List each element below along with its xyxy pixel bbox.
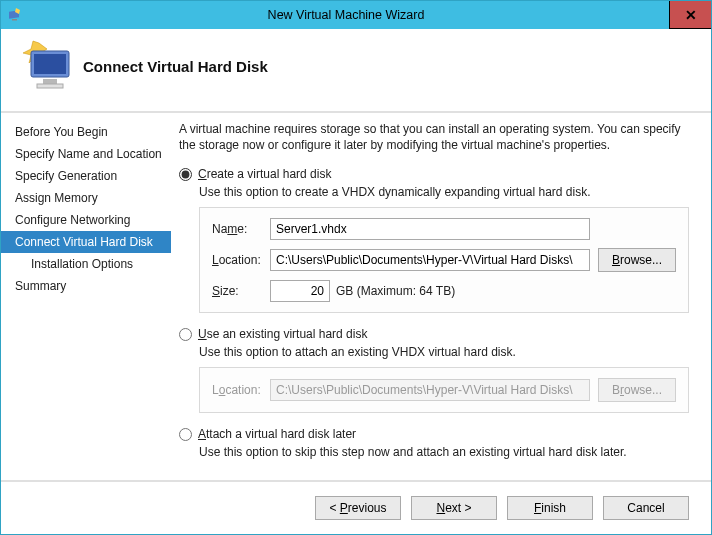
svg-rect-5: [34, 54, 66, 74]
size-suffix: GB (Maximum: 64 TB): [336, 284, 455, 298]
step-summary[interactable]: Summary: [1, 275, 171, 297]
svg-rect-7: [37, 84, 63, 88]
wizard-footer: < Previous Next > Finish Cancel: [1, 480, 711, 534]
attach-later-desc: Use this option to skip this step now an…: [199, 445, 689, 459]
size-label: Size:: [212, 284, 270, 298]
intro-text: A virtual machine requires storage so th…: [179, 121, 689, 153]
existing-location-input: [270, 379, 590, 401]
cancel-button[interactable]: Cancel: [603, 496, 689, 520]
existing-vhd-fields: Location: Browse...: [199, 367, 689, 413]
radio-attach-later-label: Attach a virtual hard disk later: [198, 427, 356, 441]
existing-vhd-desc: Use this option to attach an existing VH…: [199, 345, 689, 359]
name-label: Name:: [212, 222, 270, 236]
titlebar: New Virtual Machine Wizard ✕: [1, 1, 711, 29]
wizard-content: A virtual machine requires storage so th…: [171, 113, 711, 480]
step-assign-memory[interactable]: Assign Memory: [1, 187, 171, 209]
close-button[interactable]: ✕: [669, 1, 711, 29]
step-installation-options[interactable]: Installation Options: [1, 253, 171, 275]
existing-location-label: Location:: [212, 383, 270, 397]
step-connect-vhd[interactable]: Connect Virtual Hard Disk: [1, 231, 171, 253]
svg-rect-1: [12, 19, 17, 21]
step-before-you-begin[interactable]: Before You Begin: [1, 121, 171, 143]
option-create-vhd: Create a virtual hard disk Use this opti…: [179, 167, 689, 313]
create-vhd-desc: Use this option to create a VHDX dynamic…: [199, 185, 689, 199]
vhd-name-input[interactable]: [270, 218, 590, 240]
option-existing-vhd: Use an existing virtual hard disk Use th…: [179, 327, 689, 413]
step-specify-name[interactable]: Specify Name and Location: [1, 143, 171, 165]
wizard-steps-sidebar: Before You Begin Specify Name and Locati…: [1, 113, 171, 480]
radio-existing-vhd[interactable]: [179, 328, 192, 341]
radio-create-vhd-label: Create a virtual hard disk: [198, 167, 331, 181]
page-title: Connect Virtual Hard Disk: [83, 58, 268, 75]
radio-create-vhd[interactable]: [179, 168, 192, 181]
wizard-hero-icon: [17, 39, 75, 93]
vhd-location-input[interactable]: [270, 249, 590, 271]
vhd-size-input[interactable]: [270, 280, 330, 302]
create-vhd-fields: Name: Location: Browse... Size: GB (Maxi…: [199, 207, 689, 313]
wizard-body: Before You Begin Specify Name and Locati…: [1, 113, 711, 480]
finish-button[interactable]: Finish: [507, 496, 593, 520]
previous-button[interactable]: < Previous: [315, 496, 401, 520]
option-attach-later: Attach a virtual hard disk later Use thi…: [179, 427, 689, 459]
window-title: New Virtual Machine Wizard: [23, 8, 669, 22]
svg-rect-6: [43, 79, 57, 84]
location-label: Location:: [212, 253, 270, 267]
page-header: Connect Virtual Hard Disk: [1, 29, 711, 113]
next-button[interactable]: Next >: [411, 496, 497, 520]
wizard-window: New Virtual Machine Wizard ✕ Connect Vir…: [0, 0, 712, 535]
step-configure-networking[interactable]: Configure Networking: [1, 209, 171, 231]
radio-existing-vhd-label: Use an existing virtual hard disk: [198, 327, 367, 341]
step-specify-generation[interactable]: Specify Generation: [1, 165, 171, 187]
browse-create-button[interactable]: Browse...: [598, 248, 676, 272]
browse-existing-button: Browse...: [598, 378, 676, 402]
app-icon: [7, 7, 23, 23]
radio-attach-later[interactable]: [179, 428, 192, 441]
